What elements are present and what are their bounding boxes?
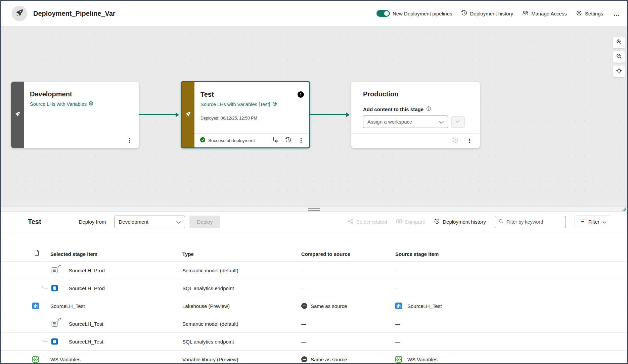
item-count-badge: 1 bbox=[298, 91, 304, 98]
variable-library-icon bbox=[32, 356, 39, 363]
fit-to-view-icon bbox=[616, 67, 622, 75]
new-pipelines-toggle-group[interactable]: New Deployment pipelines bbox=[376, 10, 452, 17]
item-type: Lakehouse (Preview) bbox=[182, 303, 230, 309]
variable-library-icon bbox=[395, 356, 402, 363]
add-content-label-row: Add content to this stage bbox=[363, 106, 473, 112]
table-row[interactable]: SourceLH_Prod SQL analytics endpoint — — bbox=[1, 279, 627, 297]
item-name: SourceLH_Test bbox=[69, 339, 103, 345]
deploy-button[interactable]: Deploy bbox=[189, 216, 221, 228]
manage-access-button[interactable]: Manage Access bbox=[522, 10, 567, 17]
same-as-source-icon bbox=[301, 356, 307, 362]
chevron-down-icon bbox=[176, 219, 181, 225]
info-icon[interactable] bbox=[426, 106, 431, 112]
zoom-in-icon bbox=[616, 39, 622, 46]
chevron-down-icon bbox=[602, 219, 606, 225]
arrowhead-icon bbox=[176, 112, 179, 117]
select-related-button[interactable]: Select related bbox=[348, 218, 387, 225]
table-row[interactable]: SourceLH_Prod Semantic model (default) —… bbox=[1, 261, 627, 279]
history-icon[interactable] bbox=[285, 137, 291, 144]
filter-button[interactable]: Filter bbox=[575, 216, 611, 228]
workspace-link[interactable]: Source LHs with Variables bbox=[30, 101, 132, 107]
item-type: SQL analytics endpoint bbox=[182, 339, 234, 345]
table-row[interactable]: SourceLH_Test Lakehouse (Preview) Same a… bbox=[1, 297, 627, 315]
item-name: SourceLH_Prod bbox=[69, 285, 105, 291]
same-as-source-icon bbox=[301, 303, 307, 309]
source-value: — bbox=[395, 285, 400, 291]
settings-label: Settings bbox=[585, 11, 603, 16]
item-type: Semantic model (default) bbox=[182, 321, 238, 327]
source-value: WS Variables bbox=[407, 357, 438, 362]
workspace-link-label: Source LHs with Variables [Test] bbox=[200, 102, 270, 107]
header-type[interactable]: Type bbox=[182, 251, 194, 257]
deployment-rules-icon[interactable] bbox=[272, 137, 278, 144]
item-name: WS Variables bbox=[50, 357, 81, 362]
detail-toolbar: Test Deploy from Development Deploy Sele… bbox=[1, 212, 627, 232]
header-compared-to-source[interactable]: Compared to source bbox=[301, 251, 350, 257]
more-button[interactable]: ⋮ bbox=[298, 138, 304, 143]
deployment-history-button[interactable]: Deployment history bbox=[434, 218, 486, 225]
table-header-row: Selected stage item Type Compared to sou… bbox=[1, 232, 627, 261]
keyword-filter-searchbox[interactable] bbox=[495, 216, 566, 228]
compared-value: — bbox=[301, 321, 306, 327]
more-options-button[interactable]: … bbox=[612, 10, 622, 17]
detail-toolbar-right: Select related Compare Deployment histor… bbox=[348, 216, 611, 228]
check-icon bbox=[455, 119, 461, 125]
assign-workspace-dropdown[interactable]: Assign a workspace bbox=[363, 116, 448, 128]
source-value: — bbox=[395, 339, 400, 345]
deployment-history-button[interactable]: Deployment history bbox=[461, 10, 513, 17]
semantic-model-icon bbox=[51, 267, 58, 274]
stage-detail-panel: Test Deploy from Development Deploy Sele… bbox=[1, 212, 627, 363]
workspace-link[interactable]: Source LHs with Variables [Test] bbox=[200, 101, 303, 107]
selected-stage-title: Test bbox=[28, 218, 41, 226]
lakehouse-icon bbox=[395, 303, 402, 309]
compared-value: — bbox=[301, 268, 306, 273]
deployment-history-label: Deployment history bbox=[470, 11, 513, 16]
compare-button[interactable]: Compare bbox=[396, 218, 425, 225]
header-selected-stage-item[interactable]: Selected stage item bbox=[50, 251, 97, 257]
table-row[interactable]: SourceLH_Test SQL analytics endpoint — — bbox=[1, 332, 627, 350]
compared-value: Same as source bbox=[311, 357, 347, 362]
stage-card-test[interactable]: 1 Test Source LHs with Variables [Test] … bbox=[181, 81, 310, 148]
stage-title: Production bbox=[351, 82, 480, 98]
item-type: Semantic model (default) bbox=[182, 268, 238, 273]
compare-label: Compare bbox=[405, 219, 425, 225]
more-button[interactable]: ⋮ bbox=[127, 137, 132, 144]
compared-value: — bbox=[301, 339, 306, 345]
deployment-history-label: Deployment history bbox=[443, 219, 486, 225]
deploy-from-dropdown[interactable]: Development bbox=[115, 216, 185, 228]
panel-splitter[interactable] bbox=[1, 207, 627, 212]
default-model-marker-icon bbox=[58, 318, 61, 321]
confirm-workspace-button[interactable] bbox=[451, 116, 465, 128]
zoom-out-button[interactable] bbox=[613, 51, 625, 63]
source-value: SourceLH_Test bbox=[407, 303, 442, 309]
settings-button[interactable]: Settings bbox=[576, 10, 603, 17]
item-type: Variable library (Preview) bbox=[182, 357, 238, 362]
filter-label: Filter bbox=[588, 219, 599, 225]
chevron-down-icon bbox=[439, 119, 444, 125]
pipeline-canvas[interactable]: Development Source LHs with Variables ⋮ … bbox=[1, 26, 627, 207]
stage-card-production[interactable]: Production Add content to this stage Ass… bbox=[351, 82, 480, 148]
development-stage-body: Development Source LHs with Variables ⋮ bbox=[24, 82, 139, 148]
history-icon bbox=[452, 137, 459, 145]
zoom-in-button[interactable] bbox=[613, 36, 625, 48]
table-row[interactable]: WS Variables Variable library (Preview) … bbox=[1, 350, 627, 363]
stage-title: Development bbox=[24, 82, 139, 98]
source-value: — bbox=[395, 321, 400, 327]
more-button[interactable]: ⋮ bbox=[467, 138, 473, 144]
header-source-stage-item[interactable]: Source stage item bbox=[395, 251, 439, 257]
stage-card-development[interactable]: Development Source LHs with Variables ⋮ bbox=[11, 82, 139, 148]
resize-corner-icon[interactable] bbox=[621, 206, 627, 213]
compared-value: — bbox=[301, 285, 306, 291]
tree-connector bbox=[42, 262, 42, 279]
add-content-label: Add content to this stage bbox=[363, 106, 423, 112]
app-header: Deployment_Pipeline_Var New Deployment p… bbox=[1, 1, 627, 26]
fit-to-view-button[interactable] bbox=[613, 65, 625, 77]
default-model-marker-icon bbox=[58, 265, 61, 268]
compare-icon bbox=[396, 218, 402, 225]
toggle-switch[interactable] bbox=[376, 10, 390, 17]
manage-access-label: Manage Access bbox=[531, 11, 567, 16]
deploy-from-value: Development bbox=[119, 219, 148, 225]
search-input[interactable] bbox=[506, 219, 562, 225]
pipeline-arrow bbox=[139, 114, 178, 115]
table-row[interactable]: SourceLH_Test Semantic model (default) —… bbox=[1, 315, 627, 332]
